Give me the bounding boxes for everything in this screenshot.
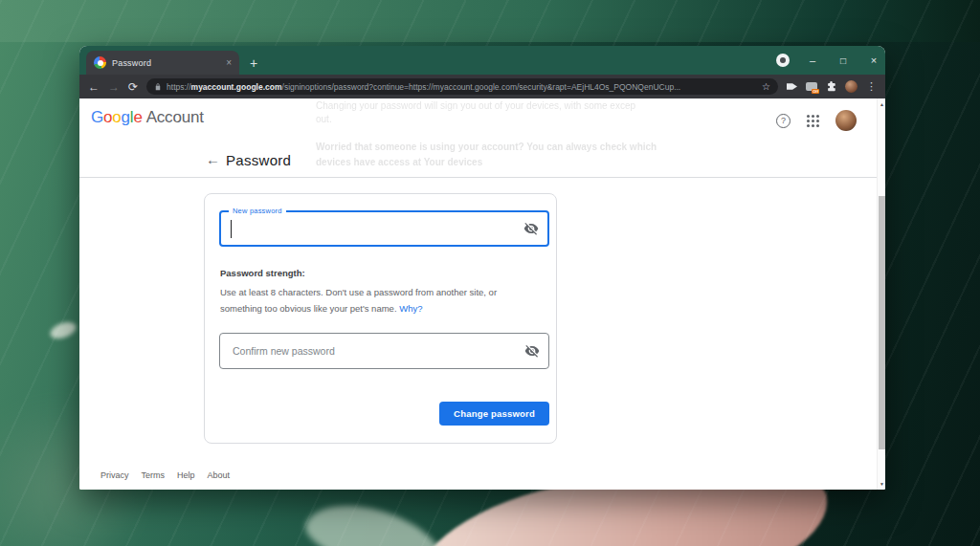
footer-link-about[interactable]: About xyxy=(208,470,231,480)
apps-grid-icon[interactable] xyxy=(807,115,819,127)
back-arrow-icon[interactable]: ← xyxy=(206,151,220,167)
window-maximize-button[interactable]: □ xyxy=(832,48,855,73)
browser-toolbar: ← → ⟳ https://myaccount.google.com/signi… xyxy=(79,75,885,98)
scrollbar-up-icon[interactable]: ▲ xyxy=(878,99,885,109)
browser-menu-icon[interactable]: ⋮ xyxy=(866,81,877,92)
text-cursor xyxy=(231,220,232,238)
faded-background-text: Changing your password will sign you out… xyxy=(316,100,635,111)
tag-extension-icon[interactable] xyxy=(787,82,797,92)
account-avatar[interactable] xyxy=(835,110,857,131)
page-scrollbar[interactable]: ▲ ▼ xyxy=(877,98,885,490)
new-tab-button[interactable]: + xyxy=(250,56,257,70)
logo-letter: G xyxy=(91,108,103,126)
logo-account-text: Account xyxy=(146,108,204,126)
puzzle-extension-icon[interactable] xyxy=(826,81,836,92)
tab-close-icon[interactable]: × xyxy=(226,58,232,68)
header-divider xyxy=(79,177,885,178)
address-bar[interactable]: https://myaccount.google.com/signinoptio… xyxy=(146,78,778,95)
padlock-icon xyxy=(154,82,162,91)
new-password-input[interactable] xyxy=(221,212,547,245)
faded-background-text: Worried that someone is using your accou… xyxy=(316,142,657,152)
browser-tab-password[interactable]: Password × xyxy=(86,51,239,75)
reload-icon[interactable]: ⟳ xyxy=(128,81,138,93)
password-strength-title: Password strength: xyxy=(220,268,305,278)
confirm-password-input[interactable] xyxy=(220,334,548,368)
confirm-password-field[interactable] xyxy=(219,333,549,369)
faded-background-text: devices have access at Your devices xyxy=(316,157,482,167)
logo-letter: o xyxy=(112,108,121,126)
new-password-field[interactable]: New password xyxy=(219,210,549,247)
page-title: Password xyxy=(226,152,291,168)
titlebar-profile-icon[interactable] xyxy=(776,54,790,67)
password-strength-hint: Use at least 8 characters. Don't use a p… xyxy=(220,284,497,317)
hint-line-1: Use at least 8 characters. Don't use a p… xyxy=(220,284,497,300)
shopping-extension-icon[interactable]: Off xyxy=(806,82,817,91)
url-scheme: https:// xyxy=(167,82,191,92)
scrollbar-thumb[interactable] xyxy=(879,196,885,449)
footer-link-help[interactable]: Help xyxy=(177,470,195,480)
desktop-wallpaper: Password × + – □ × ← → ⟳ https://myaccou… xyxy=(0,0,980,546)
forward-icon[interactable]: → xyxy=(108,81,120,93)
window-close-button[interactable]: × xyxy=(862,48,885,73)
scrollbar-down-icon[interactable]: ▼ xyxy=(878,479,885,489)
browser-profile-avatar[interactable] xyxy=(845,80,858,93)
change-password-button[interactable]: Change password xyxy=(439,402,549,426)
hint-line-2: something too obvious like your pet's na… xyxy=(220,303,397,314)
back-icon[interactable]: ← xyxy=(88,81,100,93)
footer-link-privacy[interactable]: Privacy xyxy=(100,470,129,480)
logo-letter: o xyxy=(103,108,112,126)
visibility-off-icon[interactable] xyxy=(523,221,539,236)
faded-background-text: out. xyxy=(316,114,332,124)
footer-link-terms[interactable]: Terms xyxy=(142,470,166,480)
google-account-logo: GoogleAccount xyxy=(91,108,204,127)
window-minimize-button[interactable]: – xyxy=(801,48,824,73)
url-domain: myaccount.google.com xyxy=(191,82,282,92)
page-header-icons: ? xyxy=(776,110,857,131)
google-favicon-icon xyxy=(94,56,106,69)
why-link[interactable]: Why? xyxy=(399,303,422,314)
url-text: https://myaccount.google.com/signinoptio… xyxy=(167,82,757,92)
tab-title: Password xyxy=(112,58,220,68)
visibility-off-icon[interactable] xyxy=(524,343,540,359)
google-account-page: GoogleAccount ? Changing your password w… xyxy=(79,98,885,490)
extension-off-badge: Off xyxy=(812,89,819,94)
page-footer: Privacy Terms Help About xyxy=(100,470,230,480)
help-icon[interactable]: ? xyxy=(776,114,791,128)
tab-strip: Password × + – □ × xyxy=(79,46,885,75)
url-path: /signinoptions/password?continue=https:/… xyxy=(282,82,681,92)
bookmark-star-icon[interactable]: ☆ xyxy=(762,82,770,92)
logo-letter: e xyxy=(133,108,142,126)
logo-letter: g xyxy=(122,108,130,126)
extensions-area: Off ⋮ xyxy=(787,80,877,93)
browser-window: Password × + – □ × ← → ⟳ https://myaccou… xyxy=(79,46,885,490)
password-card: New password Password strength: Use at l… xyxy=(204,193,557,444)
